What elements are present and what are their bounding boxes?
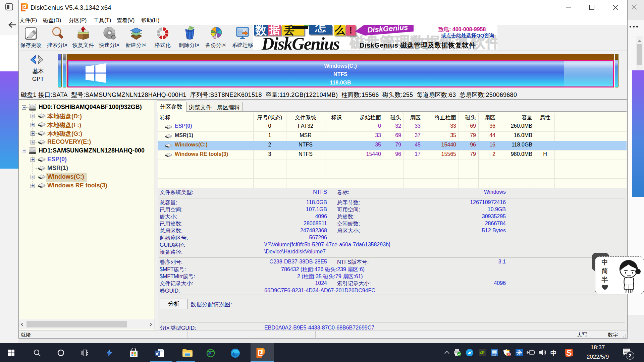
svg-text:e: e bbox=[208, 350, 211, 357]
svg-text:intel: intel bbox=[492, 354, 496, 356]
